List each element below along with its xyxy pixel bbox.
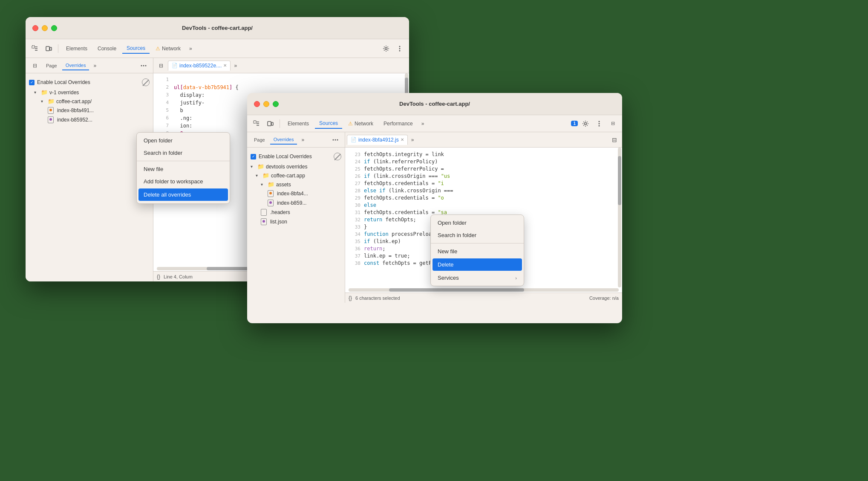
more-options-back[interactable] <box>394 43 406 55</box>
sidebar-more-back[interactable]: » <box>91 62 99 70</box>
device-icon-front[interactable] <box>264 118 276 130</box>
traffic-light-green-front[interactable] <box>273 101 279 107</box>
menu-new-file-front[interactable]: New file <box>431 245 524 258</box>
tree-item-headers-front[interactable]: .headers <box>247 208 345 217</box>
file-icon-front-3 <box>261 209 267 216</box>
sidebar-tab-overrides-front[interactable]: Overrides <box>270 135 297 145</box>
settings-icon-front[interactable] <box>580 118 591 130</box>
traffic-light-yellow[interactable] <box>42 25 48 31</box>
tree-item-v1-overrides[interactable]: ▾ 📁 v-1 overrides <box>26 88 153 97</box>
warning-icon: ⚠ <box>156 46 160 52</box>
tree-item-devtools-overrides[interactable]: ▾ 📁 devtools overrides <box>247 162 345 171</box>
traffic-light-red[interactable] <box>32 25 38 31</box>
settings-icon-back[interactable] <box>380 43 392 55</box>
sidebar-toggle-back[interactable]: ⊟ <box>29 60 41 72</box>
tab-network-back[interactable]: ⚠ Network <box>151 44 185 53</box>
scrollbar-thumb-front[interactable] <box>389 288 524 292</box>
window-title-front: DevTools - coffee-cart.app/ <box>399 101 470 107</box>
menu-search-folder-front[interactable]: Search in folder <box>431 229 524 241</box>
editor-tab-active-front[interactable]: 📄 index-8bfa4912.js ✕ <box>347 135 408 145</box>
file-icon-front-2 <box>268 200 274 206</box>
tab-close-back[interactable]: ✕ <box>223 63 227 68</box>
tab-sources-front[interactable]: Sources <box>315 119 342 129</box>
sidebar-tab-page-front[interactable]: Page <box>251 136 268 144</box>
folder-icon-2: 📁 <box>48 98 55 104</box>
enable-overrides-checkbox-front[interactable]: ✓ <box>251 154 256 159</box>
tree-item-coffee-cart[interactable]: ▾ 📁 coffee-cart.app/ <box>26 97 153 106</box>
tab-network-front[interactable]: ⚠ Network <box>344 119 378 128</box>
code-line-front-30: 30 else <box>345 202 622 209</box>
editor-tab-label-front: index-8bfa4912.js <box>358 137 399 143</box>
menu-delete-overrides-back[interactable]: Delete all overrides <box>138 188 228 201</box>
menu-add-folder-back[interactable]: Add folder to workspace <box>137 175 230 188</box>
sidebar-back: ⊟ Page Overrides » ✓ Enable Local Overri… <box>26 58 153 281</box>
editor-more-tabs-front[interactable]: » <box>409 136 417 144</box>
clear-overrides-front[interactable] <box>334 153 341 160</box>
menu-services-front[interactable]: Services › <box>431 272 524 284</box>
tree-item-coffee-cart-front[interactable]: ▾ 📁 coffee-cart.app <box>247 171 345 180</box>
sidebar-more-front[interactable]: » <box>299 136 307 144</box>
code-line-front-25: 25 fetchOpts.referrerPolicy = <box>345 165 622 173</box>
toolbar-right-front: 1 ⊟ <box>571 118 619 130</box>
tab-close-front[interactable]: ✕ <box>401 137 404 142</box>
svg-point-8 <box>143 65 144 66</box>
sidebar-tabs-front: Page Overrides » <box>247 132 345 148</box>
menu-sep-back <box>137 161 230 161</box>
enable-overrides-checkbox-back[interactable]: ✓ <box>29 80 35 85</box>
inspect-icon[interactable] <box>29 43 41 55</box>
tree-label: v-1 overrides <box>49 90 79 96</box>
device-icon[interactable] <box>43 43 55 55</box>
menu-open-folder-front[interactable]: Open folder <box>431 217 524 229</box>
sidebar-options-back[interactable] <box>138 60 150 72</box>
folder-icon: 📁 <box>41 89 48 96</box>
more-options-front[interactable] <box>593 118 605 130</box>
scrollbar-v-front[interactable] <box>618 148 621 287</box>
clear-overrides-back[interactable] <box>142 78 150 86</box>
titlebar-front: DevTools - coffee-cart.app/ <box>247 93 622 115</box>
tree-item-assets-front[interactable]: ▾ 📁 assets <box>247 180 345 189</box>
panel-toggle-front[interactable]: ⊟ <box>607 118 619 130</box>
more-tabs-back[interactable]: » <box>187 45 195 52</box>
editor-sidebar-toggle[interactable]: ⊟ <box>155 60 167 72</box>
menu-search-folder-back[interactable]: Search in folder <box>137 147 230 159</box>
tree-item-file-2[interactable]: index-b85952... <box>26 115 153 125</box>
tab-performance-front[interactable]: Performance <box>379 119 417 128</box>
svg-rect-2 <box>50 47 52 50</box>
overrides-header-back: ✓ Enable Local Overrides <box>26 77 153 88</box>
tree-item-file-1[interactable]: index-8bfa491... <box>26 106 153 115</box>
menu-sep-front <box>431 243 524 243</box>
svg-point-6 <box>399 50 401 51</box>
status-icon-back: {} <box>157 274 160 280</box>
menu-delete-front[interactable]: Delete <box>433 258 522 271</box>
toolbar-sep-1 <box>58 44 58 53</box>
editor-more-tabs-back[interactable]: » <box>231 62 239 70</box>
traffic-light-red-front[interactable] <box>254 101 260 107</box>
traffic-light-yellow-front[interactable] <box>263 101 269 107</box>
sidebar-tab-page-back[interactable]: Page <box>43 61 61 70</box>
sidebar-tab-overrides-back[interactable]: Overrides <box>62 61 89 70</box>
tab-elements-back[interactable]: Elements <box>62 44 92 53</box>
menu-new-file-back[interactable]: New file <box>137 163 230 175</box>
file-dot-orange <box>49 109 52 111</box>
coverage-text-front: Coverage: n/a <box>589 296 619 301</box>
editor-tab-active-back[interactable]: 📄 index-b859522e.... ✕ <box>168 61 231 71</box>
inspect-icon-front[interactable] <box>251 118 262 130</box>
tab-console-back[interactable]: Console <box>93 44 121 53</box>
tree-item-file-front-1[interactable]: index-8bfa4... <box>247 189 345 198</box>
sidebar-content-back: ✓ Enable Local Overrides ▾ 📁 v-1 overrid… <box>26 73 153 281</box>
editor-panel-btn-front[interactable]: ⊟ <box>608 134 620 146</box>
scrollbar-h-front[interactable] <box>349 288 619 292</box>
more-tabs-front[interactable]: » <box>419 120 427 127</box>
sidebar-options-front[interactable] <box>329 134 341 146</box>
code-line-front-24: 24 if (link.referrerPolicy) <box>345 158 622 165</box>
traffic-light-green[interactable] <box>51 25 57 31</box>
menu-open-folder-back[interactable]: Open folder <box>137 134 230 147</box>
scrollbar-thumb-v-front[interactable] <box>618 156 621 205</box>
tree-item-file-front-2[interactable]: index-b859... <box>247 198 345 208</box>
tree-item-listjson-front[interactable]: list.json <box>247 217 345 226</box>
tree-label-3: index-8bfa491... <box>57 107 94 113</box>
code-line-front-27: 27 fetchOpts.credentials = "i <box>345 180 622 187</box>
enable-overrides-label-front: Enable Local Overrides <box>259 154 331 159</box>
tab-sources-back[interactable]: Sources <box>122 43 150 54</box>
tab-elements-front[interactable]: Elements <box>283 119 313 128</box>
